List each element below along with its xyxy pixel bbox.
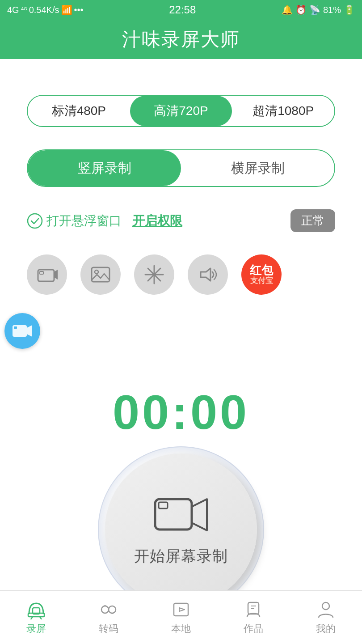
floating-check: 打开悬浮窗口 bbox=[27, 212, 122, 229]
record-btn-label: 开始屏幕录制 bbox=[134, 546, 228, 567]
quality-1080p[interactable]: 超清1080P bbox=[232, 96, 334, 126]
status-signal: 4G ⁴ᴳ 0.54K/s 📶 ••• bbox=[7, 4, 84, 15]
main-content: 标清480P 高清720P 超清1080P 竖屏录制 横屏录制 打开悬浮窗口 开… bbox=[0, 59, 362, 357]
nav-works-icon bbox=[244, 600, 263, 619]
bottom-nav: 录屏 转码 本地 作品 我的 bbox=[0, 590, 362, 644]
svg-point-5 bbox=[95, 270, 98, 274]
image-icon bbox=[90, 264, 111, 285]
nav-mine-icon bbox=[316, 600, 336, 619]
nav-item-works[interactable]: 作品 bbox=[217, 591, 290, 644]
status-time: 22:58 bbox=[169, 4, 196, 16]
nav-transcode-label: 转码 bbox=[99, 622, 118, 636]
start-record-button[interactable]: 开始屏幕录制 bbox=[105, 453, 257, 606]
timer-display: 00:00 bbox=[113, 384, 249, 440]
record-btn-wrapper: 开始屏幕录制 bbox=[0, 453, 362, 606]
svg-rect-4 bbox=[92, 267, 109, 282]
svg-marker-13 bbox=[27, 325, 32, 337]
svg-point-22 bbox=[101, 606, 109, 613]
orientation-selector: 竖屏录制 横屏录制 bbox=[27, 149, 335, 187]
floating-camera-icon bbox=[12, 323, 33, 339]
volume-icon bbox=[197, 264, 219, 285]
camera-icon bbox=[36, 264, 58, 285]
alipay-label: 支付宝 bbox=[250, 277, 273, 285]
status-icons: 🔔 ⏰ 📡 81% 🔋 bbox=[282, 4, 355, 15]
nav-local-label: 本地 bbox=[171, 622, 191, 636]
nav-item-mine[interactable]: 我的 bbox=[290, 591, 362, 644]
app-title: 汁味录屏大师 bbox=[122, 27, 240, 52]
effect-icon-btn[interactable] bbox=[134, 254, 174, 295]
floating-record-button[interactable] bbox=[4, 313, 40, 349]
svg-rect-24 bbox=[174, 603, 188, 616]
status-badge: 正常 bbox=[290, 209, 335, 232]
image-icon-btn[interactable] bbox=[80, 254, 121, 295]
check-circle-icon bbox=[27, 213, 43, 229]
app-header: 汁味录屏大师 bbox=[0, 20, 362, 59]
quality-480p[interactable]: 标清480P bbox=[28, 96, 130, 126]
nav-transcode-icon bbox=[99, 600, 118, 619]
permission-link[interactable]: 开启权限 bbox=[132, 212, 182, 229]
svg-point-10 bbox=[152, 273, 156, 276]
svg-marker-16 bbox=[192, 499, 207, 530]
record-camera-icon bbox=[154, 492, 208, 537]
nav-record-label: 录屏 bbox=[26, 622, 46, 636]
floating-window-row: 打开悬浮窗口 开启权限 正常 bbox=[27, 209, 335, 232]
svg-marker-11 bbox=[201, 268, 210, 281]
nav-local-icon bbox=[171, 600, 191, 619]
camera-icon-btn[interactable] bbox=[27, 254, 67, 295]
quality-720p[interactable]: 高清720P bbox=[130, 96, 232, 126]
redpacket-label: 红包 bbox=[250, 264, 273, 277]
icon-row: 红包 支付宝 bbox=[27, 254, 335, 295]
svg-rect-17 bbox=[159, 502, 168, 508]
volume-icon-btn[interactable] bbox=[188, 254, 228, 295]
nav-item-local[interactable]: 本地 bbox=[145, 591, 217, 644]
nav-item-transcode[interactable]: 转码 bbox=[72, 591, 145, 644]
svg-rect-3 bbox=[40, 271, 43, 274]
svg-point-0 bbox=[28, 214, 42, 228]
nav-mine-label: 我的 bbox=[316, 622, 336, 636]
svg-point-23 bbox=[109, 606, 116, 613]
svg-rect-14 bbox=[14, 326, 17, 329]
effect-icon bbox=[143, 264, 165, 285]
timer-section: 00:00 bbox=[0, 384, 362, 440]
orientation-landscape[interactable]: 横屏录制 bbox=[181, 150, 334, 186]
nav-works-label: 作品 bbox=[244, 622, 263, 636]
svg-marker-25 bbox=[179, 608, 185, 611]
nav-item-record[interactable]: 录屏 bbox=[0, 591, 72, 644]
svg-point-29 bbox=[322, 602, 329, 610]
redpacket-btn[interactable]: 红包 支付宝 bbox=[241, 254, 282, 295]
orientation-portrait[interactable]: 竖屏录制 bbox=[28, 150, 181, 186]
quality-selector: 标清480P 高清720P 超清1080P bbox=[27, 95, 335, 127]
status-bar: 4G ⁴ᴳ 0.54K/s 📶 ••• 22:58 🔔 ⏰ 📡 81% 🔋 bbox=[0, 0, 362, 20]
svg-rect-15 bbox=[155, 499, 192, 530]
nav-record-icon bbox=[26, 600, 46, 619]
floating-window-label: 打开悬浮窗口 bbox=[46, 212, 122, 229]
